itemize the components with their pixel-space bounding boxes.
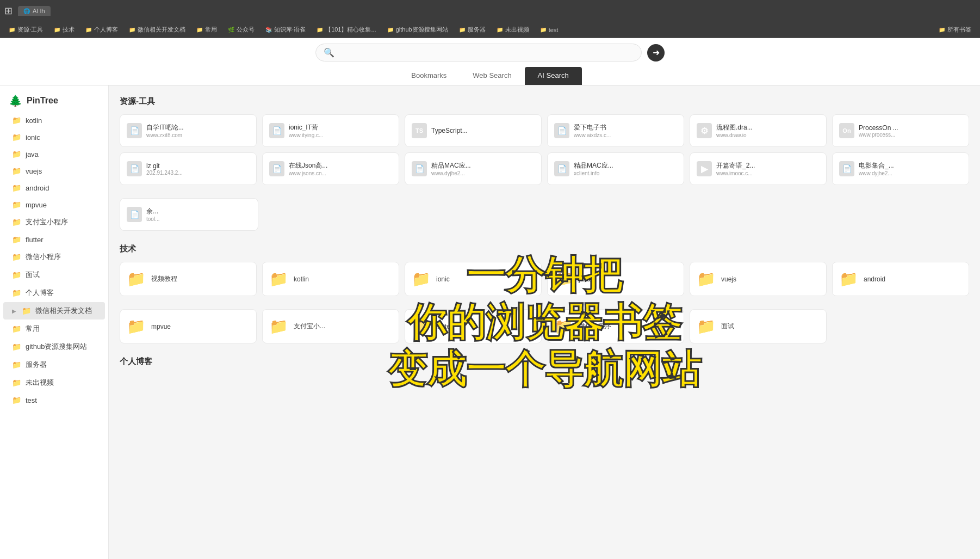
bookmark-card-lzgit[interactable]: 📄 lz git 202.91.243.2... — [120, 152, 257, 185]
folder-icon: 📁 — [12, 150, 21, 158]
sidebar-item-unvideo[interactable]: 📁 未出视频 — [3, 374, 105, 391]
bookmark-card-ionicit[interactable]: 📄 ionic_IT营 www.itying.c... — [262, 114, 399, 147]
folder-card-wxmini[interactable]: 📁 微信小程序 — [547, 309, 684, 343]
sidebar-item-common[interactable]: 📁 常用 — [3, 320, 105, 337]
folder-icon: 📁 — [697, 270, 716, 288]
favicon-draw: ⚙ — [697, 123, 712, 138]
bookmark-wx[interactable]: 📁 微信相关开发文档 — [125, 24, 190, 35]
bm-info-draw: 流程图.dra... www.draw.io — [716, 123, 753, 138]
tab-aisearch[interactable]: AI Search — [525, 67, 582, 85]
favicon-tools: 📄 — [127, 207, 142, 222]
sidebar-item-java[interactable]: 📁 java — [3, 146, 105, 162]
bm-info-ts: TypeScript... — [431, 127, 468, 134]
folder-icon: 📁 — [12, 133, 21, 142]
sidebar-item-android[interactable]: 📁 android — [3, 180, 105, 196]
favicon-ionicit: 📄 — [269, 123, 284, 138]
sidebar-item-test[interactable]: 📁 test — [3, 392, 105, 408]
folder-card-mpvue[interactable]: 📁 mpvue — [120, 309, 257, 343]
tree-icon: 🌲 — [9, 94, 22, 107]
bookmark-common[interactable]: 📁 常用 — [192, 24, 221, 35]
folder-icon: 📁 — [12, 271, 21, 279]
bookmark-card-imooc[interactable]: ▶ 开篇寄语_2... www.imooc.c... — [690, 152, 827, 185]
expand-icon: ▶ — [12, 308, 16, 314]
pub-icon: 🌿 — [228, 27, 234, 33]
folder-icon: 📁 — [12, 360, 21, 369]
bookmark-test[interactable]: 📁 test — [536, 26, 563, 34]
sidebar-item-alipay[interactable]: 📁 支付宝小程序 — [3, 213, 105, 231]
sidebar-item-flutter[interactable]: 📁 flutter — [3, 231, 105, 248]
sidebar-item-server[interactable]: 📁 服务器 — [3, 356, 105, 373]
folder-icon: 📁 — [127, 270, 146, 288]
folder-card-alipay[interactable]: 📁 支付宝小... — [262, 309, 399, 343]
bookmark-tech[interactable]: 📁 技术 — [49, 24, 79, 35]
sidebar-item-ionic[interactable]: 📁 ionic — [3, 129, 105, 145]
bookmark-card-processon[interactable]: On ProcessOn ... www.process... — [832, 114, 969, 147]
bm-info-xclient: 精品MAC应... xclient.info — [574, 161, 613, 176]
bm-info-tools: 余... tool... — [146, 207, 159, 222]
bookmark-card-xclient[interactable]: 📄 精品MAC应... xclient.info — [547, 152, 684, 185]
search-box[interactable]: 🔍 — [315, 44, 642, 62]
bookmark-card-movie[interactable]: 📄 电影集合_... www.dyjhe2... — [832, 152, 969, 185]
bm-info-zxit: 自学IT吧论... www.zxit8.com — [146, 123, 184, 138]
sidebar-item-vuejs[interactable]: 📁 vuejs — [3, 163, 105, 179]
folder-card-flutter[interactable]: 📁 flutter — [405, 309, 542, 343]
folder-icon: 📁 — [459, 27, 466, 33]
folder-icon: 📁 — [12, 116, 21, 125]
sidebar-item-github[interactable]: 📁 github资源搜集网站 — [3, 338, 105, 355]
folder-card-interview[interactable]: 📁 面试 — [690, 309, 827, 343]
sidebar-item-blog[interactable]: 📁 个人博客 — [3, 284, 105, 302]
sidebar-item-interview[interactable]: 📁 面试 — [3, 266, 105, 284]
bookmark-card-draw[interactable]: ⚙ 流程图.dra... www.draw.io — [690, 114, 827, 147]
folder-icon: 📁 — [12, 288, 21, 297]
bookmark-card-zxit[interactable]: 📄 自学IT吧论... www.zxit8.com — [120, 114, 257, 147]
sidebar-logo: 🌲 PinTree — [0, 85, 108, 112]
folder-icon: 📁 — [12, 396, 21, 404]
bookmark-card-aixdzs[interactable]: 📄 爱下电子书 www.aixdzs.c... — [547, 114, 684, 147]
folder-icon: 📁 — [12, 200, 21, 209]
nav-area: 🔍 ➜ Bookmarks Web Search AI Search — [0, 38, 980, 85]
bm-info-processon: ProcessOn ... www.process... — [859, 124, 898, 138]
bookmark-pub[interactable]: 🌿 公众号 — [224, 24, 259, 35]
folder-card-android[interactable]: 📁 android — [832, 262, 969, 296]
folder-icon: 📁 — [12, 342, 21, 351]
folder-card-java[interactable]: 📁 java — [547, 262, 684, 296]
folder-card-ionic[interactable]: 📁 ionic — [405, 262, 542, 296]
bookmark-card-ts[interactable]: TS TypeScript... — [405, 114, 542, 147]
tab-websearch[interactable]: Web Search — [460, 67, 524, 85]
bookmark-blog[interactable]: 📁 个人博客 — [81, 24, 122, 35]
favicon-json: 📄 — [269, 161, 284, 176]
apps-icon[interactable]: ⊞ — [4, 5, 13, 17]
search-icon: 🔍 — [324, 47, 334, 58]
section-title-personal: 个人博客 — [120, 357, 969, 367]
tab-bookmarks[interactable]: Bookmarks — [398, 67, 460, 85]
search-submit-button[interactable]: ➜ — [647, 44, 665, 62]
bookmark-card-mac[interactable]: 📄 精品MAC应... www.dyjhe2... — [405, 152, 542, 185]
bookmark-all[interactable]: 📁 所有书签 — [934, 24, 976, 35]
folder-icon: 📁 — [269, 270, 288, 288]
sidebar-item-wxmini[interactable]: 📁 微信小程序 — [3, 248, 105, 266]
folder-card-vuejs[interactable]: 📁 vuejs — [690, 262, 827, 296]
bookmark-github[interactable]: 📁 github资源搜集网站 — [383, 24, 452, 35]
sidebar-item-mpvue[interactable]: 📁 mpvue — [3, 196, 105, 213]
folder-icon: 📁 — [129, 27, 135, 33]
bookmark-kb[interactable]: 📚 知识库·语雀 — [261, 24, 310, 35]
section-title-tech: 技术 — [120, 244, 969, 254]
bookmark-101[interactable]: 📁 【101】精心收集... — [312, 24, 381, 35]
bookmark-card-tools[interactable]: 📄 余... tool... — [120, 198, 258, 231]
folder-icon: 📁 — [697, 317, 716, 335]
browser-tab[interactable]: 🌐 AI Ih — [18, 6, 51, 16]
sidebar-item-kotlin[interactable]: 📁 kotlin — [3, 112, 105, 128]
sidebar-item-wxdev[interactable]: ▶ 📁 微信相关开发文档 — [3, 302, 105, 320]
folder-icon: 📁 — [12, 253, 21, 261]
folders-grid-tech: 📁 视频教程 📁 kotlin 📁 ionic 📁 java 📁 vuejs 📁 — [120, 262, 969, 296]
bookmark-res[interactable]: 📁 资源·工具 — [4, 24, 47, 35]
bookmark-card-json[interactable]: 📄 在线Json高... www.jsons.cn... — [262, 152, 399, 185]
folder-card-video[interactable]: 📁 视频教程 — [120, 262, 257, 296]
content-area: 资源-工具 📄 自学IT吧论... www.zxit8.com 📄 ionic_… — [109, 85, 980, 559]
folder-card-kotlin[interactable]: 📁 kotlin — [262, 262, 399, 296]
bookmark-server[interactable]: 📁 服务器 — [455, 24, 490, 35]
bookmark-video[interactable]: 📁 未出视频 — [492, 24, 534, 35]
search-input[interactable] — [338, 48, 634, 57]
bookmarks-grid-resources: 📄 自学IT吧论... www.zxit8.com 📄 ionic_IT营 ww… — [120, 114, 969, 185]
section-title-resources: 资源-工具 — [120, 96, 969, 107]
